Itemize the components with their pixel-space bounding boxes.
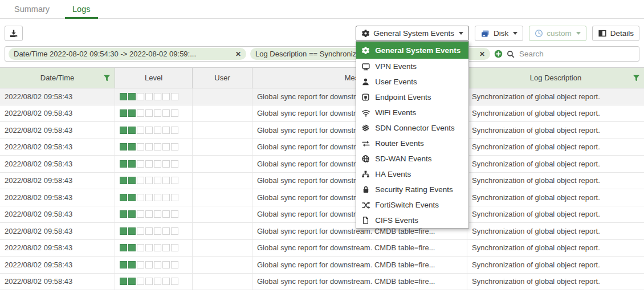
table-row[interactable]: 2022/08/02 09:58:43Global sync report fo… — [0, 274, 644, 291]
menu-item-fortiswitch-events[interactable]: FortiSwitch Events — [356, 197, 468, 213]
level-block — [128, 194, 136, 201]
level-block — [145, 210, 153, 218]
cell-log-description: Synchronization of global object report. — [467, 139, 644, 156]
level-block — [145, 227, 153, 235]
table-row[interactable]: 2022/08/02 09:58:43Global sync report fo… — [0, 122, 644, 139]
column-header-log-description[interactable]: Log Description — [467, 68, 644, 88]
table-row[interactable]: 2022/08/02 09:58:43Global sync report fo… — [0, 240, 644, 257]
file-icon — [361, 216, 370, 225]
level-block — [137, 210, 144, 218]
menu-item-cifs-events[interactable]: CIFS Events — [356, 213, 468, 228]
search-area — [507, 49, 635, 59]
column-header-date-time[interactable]: Date/Time — [0, 68, 115, 88]
cell-level — [115, 257, 193, 273]
level-block — [171, 194, 178, 201]
filter-search-bar: Date/Time 2022-08-02 09:54:30 -> 2022-08… — [5, 46, 639, 62]
tab-logs[interactable]: Logs — [72, 0, 90, 18]
funnel-icon[interactable] — [103, 74, 111, 82]
close-icon[interactable]: ✕ — [235, 51, 241, 58]
level-block — [154, 227, 161, 235]
cell-level — [115, 223, 193, 239]
menu-item-wifi-events[interactable]: WiFi Events — [356, 105, 468, 120]
download-button[interactable] — [5, 26, 23, 41]
event-type-dropdown-button[interactable]: General System Events — [356, 26, 469, 41]
cell-user — [193, 139, 252, 156]
funnel-icon[interactable] — [633, 74, 640, 82]
log-location-disk-button[interactable]: Disk — [475, 26, 523, 41]
table-row[interactable]: 2022/08/02 09:58:43Global sync report fo… — [0, 105, 644, 123]
cell-level — [115, 274, 193, 290]
level-block — [137, 177, 144, 184]
column-header-level[interactable]: Level — [115, 68, 193, 88]
cell-datetime: 2022/08/02 09:58:43 — [0, 88, 115, 105]
table-body: 2022/08/02 09:58:43Global sync report fo… — [0, 88, 644, 290]
add-filter-button[interactable] — [494, 50, 503, 58]
level-block — [162, 127, 170, 134]
column-header-user[interactable]: User — [193, 68, 252, 88]
menu-item-sdn-connector-events[interactable]: SDN Connector Events — [356, 120, 468, 136]
menu-item-sd-wan-events[interactable]: SD-WAN Events — [356, 151, 468, 166]
search-input[interactable] — [518, 49, 635, 59]
level-block — [120, 210, 127, 218]
level-block — [137, 93, 144, 100]
table-row[interactable]: 2022/08/02 09:58:43Global sync report fo… — [0, 189, 644, 206]
cell-user — [193, 88, 252, 105]
level-block — [145, 160, 153, 168]
level-block — [171, 227, 178, 235]
level-block — [171, 93, 178, 100]
table-row[interactable]: 2022/08/02 09:58:43Global sync report fo… — [0, 223, 644, 240]
level-block — [128, 210, 136, 218]
menu-item-vpn-events[interactable]: VPN Events — [356, 59, 468, 74]
level-block — [145, 194, 153, 201]
table-row[interactable]: 2022/08/02 09:58:43Global sync report fo… — [0, 206, 644, 223]
time-range-custom-button[interactable]: custom — [529, 26, 586, 41]
cell-user — [193, 240, 252, 257]
level-block — [120, 244, 127, 251]
table-row[interactable]: 2022/08/02 09:58:43Global sync report fo… — [0, 88, 644, 105]
cell-datetime: 2022/08/02 09:58:43 — [0, 173, 115, 189]
level-block — [137, 109, 144, 117]
menu-item-router-events[interactable]: Router Events — [356, 136, 468, 151]
level-block — [171, 127, 178, 134]
details-label: Details — [610, 29, 634, 38]
level-block — [154, 109, 161, 117]
level-block — [154, 177, 161, 184]
cell-log-description: Synchronization of global object report. — [467, 88, 644, 105]
cell-log-description: Synchronization of global object report. — [467, 189, 644, 206]
filter-pill[interactable]: Date/Time 2022-08-02 09:54:30 -> 2022-08… — [9, 48, 246, 60]
details-icon — [598, 29, 607, 38]
cell-datetime: 2022/08/02 09:58:43 — [0, 274, 115, 290]
table-row[interactable]: 2022/08/02 09:58:43Global sync report fo… — [0, 173, 644, 190]
cell-log-description: Synchronization of global object report. — [467, 223, 644, 239]
menu-item-user-events[interactable]: User Events — [356, 74, 468, 89]
level-block — [154, 210, 161, 218]
cell-datetime: 2022/08/02 09:58:43 — [0, 223, 115, 239]
event-type-dropdown-wrap: General System Events General System Eve… — [356, 26, 469, 41]
menu-item-ha-events[interactable]: HA Events — [356, 166, 468, 182]
level-block — [128, 244, 136, 251]
menu-item-endpoint-events[interactable]: Endpoint Events — [356, 89, 468, 105]
sdn-icon — [361, 124, 370, 132]
filter-pill-text: Date/Time 2022-08-02 09:54:30 -> 2022-08… — [14, 50, 232, 58]
table-row[interactable]: 2022/08/02 09:58:43Global sync report fo… — [0, 257, 644, 274]
menu-item-general-system-events[interactable]: General System Events — [356, 42, 468, 59]
level-block — [162, 261, 170, 268]
level-block — [154, 278, 161, 285]
level-block — [128, 109, 136, 117]
cell-user — [193, 189, 252, 206]
details-button[interactable]: Details — [592, 26, 639, 41]
tab-bar: SummaryLogs — [0, 0, 644, 19]
level-block — [137, 160, 144, 168]
table-row[interactable]: 2022/08/02 09:58:43Global sync report fo… — [0, 156, 644, 173]
close-icon[interactable]: ✕ — [479, 51, 485, 58]
ha-icon — [361, 170, 370, 178]
cell-user — [193, 173, 252, 189]
table-row[interactable]: 2022/08/02 09:58:43Global sync report fo… — [0, 139, 644, 156]
cell-datetime: 2022/08/02 09:58:43 — [0, 156, 115, 172]
sdwan-icon — [361, 154, 370, 163]
cell-log-description: Synchronization of global object report. — [467, 274, 644, 290]
level-block — [162, 143, 170, 150]
tab-summary[interactable]: Summary — [14, 0, 50, 18]
menu-item-security-rating-events[interactable]: Security Rating Events — [356, 182, 468, 197]
level-block — [162, 244, 170, 251]
